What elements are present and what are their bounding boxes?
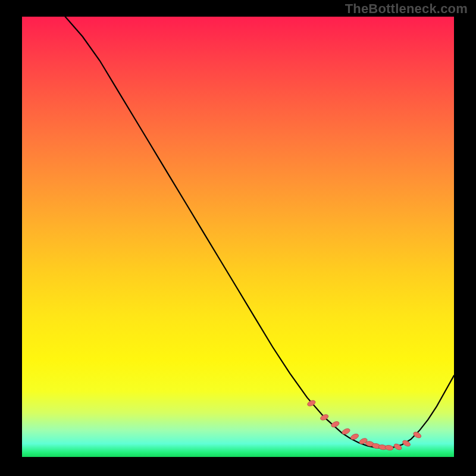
chart-frame: TheBottleneck.com xyxy=(0,0,476,476)
chart-markers xyxy=(306,399,422,451)
chart-curve xyxy=(65,17,454,448)
watermark-text: TheBottleneck.com xyxy=(345,1,468,17)
chart-svg xyxy=(22,17,454,457)
marker-dot xyxy=(385,444,394,450)
marker-dot xyxy=(393,443,403,451)
plot-area xyxy=(22,17,454,457)
marker-dot xyxy=(330,421,340,428)
